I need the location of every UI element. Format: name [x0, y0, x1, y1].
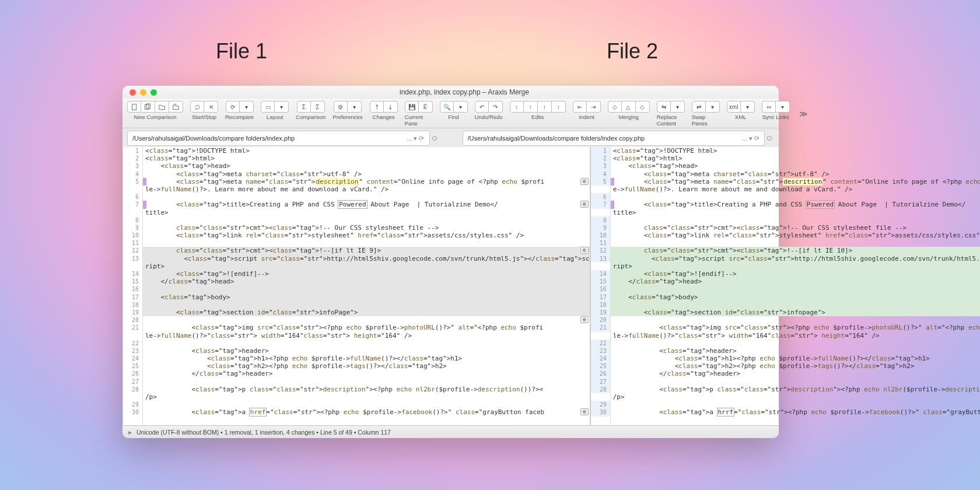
code-line[interactable]: ⊕	[143, 316, 590, 324]
code-line[interactable]	[611, 340, 980, 347]
code-line[interactable]: <class="tag">body>	[143, 293, 590, 301]
code-line[interactable]: <class="tag">html>	[611, 155, 980, 162]
code-line[interactable]: <class="tag">script src="class="str">htt…	[143, 255, 590, 262]
code-line[interactable]: class="class="str">cmt"><class="tag">!--…	[611, 224, 980, 232]
sw-button[interactable]: ⇄	[692, 101, 706, 113]
close-icon[interactable]	[130, 89, 136, 96]
code-line[interactable]: class="class="str">cmt"><class="tag">!--…	[611, 247, 980, 254]
code-line[interactable]	[143, 301, 590, 309]
zoom-icon[interactable]	[150, 89, 157, 96]
copy-block-button[interactable]: ⊕	[580, 408, 589, 415]
code-line[interactable]: <class="tag">h1><?php echo $profile->ful…	[143, 355, 590, 362]
e4-button[interactable]: ↕	[552, 101, 566, 113]
layout-button[interactable]: ▭	[261, 101, 275, 113]
overview-toggle-right[interactable]	[765, 131, 774, 146]
next-button[interactable]: ⤓	[384, 101, 398, 113]
code-line[interactable]: <class="tag">a href="class="str"><?php e…	[143, 408, 590, 416]
code-line[interactable]: <class="tag">section id="class="str">inf…	[143, 309, 590, 316]
out-button[interactable]: ⇤	[573, 101, 587, 113]
code-line[interactable]	[143, 285, 590, 293]
status-arrow-icon[interactable]: ▸	[128, 428, 132, 436]
overview-toggle-left[interactable]	[430, 131, 439, 146]
in-button[interactable]: ⇥	[587, 101, 601, 113]
code-line[interactable]: le->fullName()?>"class="str"> width="164…	[611, 332, 980, 340]
copy-block-button[interactable]: ⊕	[580, 316, 589, 323]
code-line[interactable]: <class="tag">img src="class="str"><?php …	[611, 324, 980, 331]
code-line[interactable]	[143, 340, 590, 347]
code-line[interactable]: <class="tag">meta name="class="str">desc…	[143, 178, 590, 186]
drop-button[interactable]: ▾	[671, 101, 685, 113]
sigma-button[interactable]: Σ	[297, 101, 311, 113]
drop-button[interactable]: ▾	[348, 101, 362, 113]
code-line[interactable]: <class="tag">a hrrf="class="str"><?php e…	[611, 408, 980, 416]
m2-button[interactable]: △	[622, 101, 636, 113]
code-line[interactable]: /p>	[611, 393, 980, 401]
path-controls[interactable]: ... ▾ ⟳	[407, 135, 424, 142]
code-line[interactable]: <class="tag">meta name="class="str">desc…	[611, 178, 980, 186]
code-line[interactable]	[611, 239, 980, 247]
code-line[interactable]	[611, 285, 980, 293]
code-line[interactable]	[611, 193, 980, 201]
copy-block-button[interactable]: ⊕	[580, 247, 589, 254]
code-line[interactable]	[143, 378, 590, 386]
code-line[interactable]: <class="tag">![endif]-->	[611, 270, 980, 278]
folder2-button[interactable]	[169, 101, 183, 113]
e3-button[interactable]: ↕	[538, 101, 552, 113]
code-line[interactable]	[611, 301, 980, 309]
gear-button[interactable]: ⚙	[334, 101, 348, 113]
refresh-button[interactable]	[190, 101, 204, 113]
prev-button[interactable]: ⤒	[370, 101, 384, 113]
left-code[interactable]: 1234567891011121314151617181920212223242…	[123, 147, 590, 425]
xml-button[interactable]: xml	[727, 101, 741, 113]
code-line[interactable]: <class="tag">title>Creating a PHP and CS…	[143, 201, 590, 208]
code-line[interactable]: <class="tag">p class="class="str">descri…	[611, 386, 980, 393]
code-line[interactable]: le->fullName()?>"class="str"> width="164…	[143, 332, 590, 340]
m3-button[interactable]: ◇	[636, 101, 650, 113]
e1-button[interactable]: ↕	[510, 101, 524, 113]
drop-button[interactable]: ▾	[275, 101, 289, 113]
code-line[interactable]: <class="tag">h2><?php echo $profile->tag…	[611, 362, 980, 370]
code-line[interactable]: title>	[611, 209, 980, 216]
code-line[interactable]: <class="tag">img src="class="str"><?php …	[143, 324, 590, 331]
code-line[interactable]: <class="tag">header>	[611, 347, 980, 355]
code-line[interactable]: le->fullName()?>. Learn more about me an…	[143, 186, 590, 193]
code-line[interactable]: <class="tag">h2><?php echo $profile->tag…	[143, 362, 590, 370]
copy-block-button[interactable]: ⊕	[580, 178, 589, 185]
code-line[interactable]	[143, 401, 590, 408]
drop-button[interactable]: ▾	[706, 101, 720, 113]
redo-button[interactable]: ↷	[489, 101, 503, 113]
doc-button[interactable]	[127, 101, 141, 113]
save-button[interactable]: 💾	[405, 101, 419, 113]
code-line[interactable]: <class="tag">meta charset="class="str">u…	[143, 170, 590, 178]
code-line[interactable]	[143, 193, 590, 201]
drop-button[interactable]: ▾	[240, 101, 254, 113]
code-line[interactable]: <class="tag">html>	[143, 155, 590, 162]
right-path-field[interactable]: /Users/rahulsaigal/Downloads/compare fol…	[463, 131, 765, 146]
titlebar[interactable]: index.php, index copy.php – Araxis Merge	[123, 86, 779, 99]
drop-button[interactable]: ▾	[741, 101, 755, 113]
right-code[interactable]: 1234567891011121314151617181920212223242…	[591, 147, 980, 425]
drop-button[interactable]: ▾	[776, 101, 790, 113]
code-line[interactable]	[143, 239, 590, 247]
code-line[interactable]: <class="tag">link rel="class="str">style…	[611, 232, 980, 239]
code-line[interactable]: class="class="str">cmt"><class="tag">!--…	[143, 247, 590, 254]
code-line[interactable]: </class="tag">head>	[611, 278, 980, 285]
code-line[interactable]: <class="tag">!DOCTYPE html>	[143, 147, 590, 155]
code-line[interactable]	[143, 216, 590, 224]
code-line[interactable]: <class="tag">body>	[611, 293, 980, 301]
code-line[interactable]: <class="tag">section id="class="str">inf…	[611, 309, 980, 316]
code-line[interactable]: </class="tag">head>	[143, 278, 590, 285]
doc2-button[interactable]	[141, 101, 155, 113]
code-line[interactable]: <class="tag">![endif]-->	[143, 270, 590, 278]
code-line[interactable]: ript>	[611, 262, 980, 270]
code-line[interactable]	[611, 216, 980, 224]
path-controls[interactable]: ... ▾ ⟳	[742, 135, 760, 142]
m1-button[interactable]: ◇	[608, 101, 622, 113]
rc-button[interactable]: ⇆	[657, 101, 671, 113]
code-line[interactable]: </class="tag">header>	[611, 370, 980, 377]
code-line[interactable]: title>	[143, 209, 590, 216]
e2-button[interactable]: ↕	[524, 101, 538, 113]
code-line[interactable]: <class="tag">p class="class="str">descri…	[143, 386, 590, 393]
code-line[interactable]: /p>	[143, 393, 590, 401]
left-path-field[interactable]: /Users/rahulsaigal/Downloads/compare fol…	[127, 131, 430, 146]
